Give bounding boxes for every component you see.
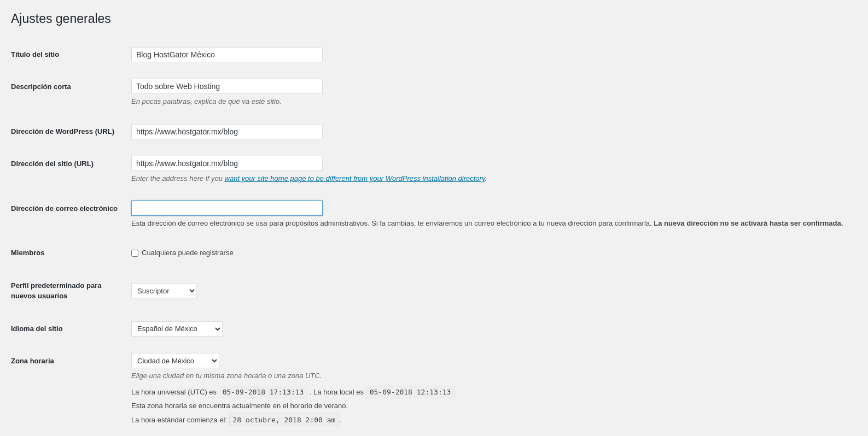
utc-label: La hora universal (UTC) es — [131, 388, 217, 396]
timezone-label: Zona horaria — [11, 345, 126, 436]
site-address-description: Enter the address here if you want your … — [131, 173, 852, 184]
tagline-label: Descripción corta — [11, 70, 126, 115]
tagline-input[interactable] — [131, 79, 323, 94]
email-description: Esta dirección de correo electrónico se … — [131, 218, 852, 229]
timezone-hint: Elige una ciudad en tu misma zona horari… — [131, 370, 852, 381]
std-time-badge: 28 octubre, 2018 2:00 am — [229, 414, 340, 427]
members-label: Miembros — [11, 237, 126, 269]
site-language-select[interactable]: Español de México English (United States… — [131, 321, 223, 337]
wp-address-label: Dirección de WordPress (URL) — [11, 115, 126, 148]
page-title: Ajustes generales — [11, 11, 857, 27]
default-role-label: Perfil predeterminado para nuevos usuari… — [11, 269, 126, 313]
site-address-label: Dirección del sitio (URL) — [11, 148, 126, 192]
members-checkbox-label: Cualquiera puede registrarse — [131, 248, 852, 258]
dst-note: Esta zona horaria se encuentra actualmen… — [131, 400, 852, 411]
timezone-select[interactable]: Ciudad de México UTC America/New_York Am… — [131, 353, 219, 368]
local-label: . La hora local es — [310, 388, 364, 396]
local-time-badge: 05-09-2018 12:13:13 — [366, 386, 455, 399]
site-address-link[interactable]: want your site home page to be different… — [225, 174, 485, 182]
default-role-select[interactable]: Suscriptor Colaborador Autor Editor Admi… — [131, 283, 197, 298]
site-title-input[interactable] — [131, 47, 323, 62]
settings-form: Título del sitio Descripción corta En po… — [11, 38, 857, 436]
site-language-label: Idioma del sitio — [11, 313, 126, 345]
site-address-input[interactable] — [131, 156, 323, 171]
std-time-label: La hora estándar comienza el: — [131, 416, 227, 424]
wp-address-input[interactable] — [131, 124, 323, 139]
tagline-description: En pocas palabras, explica de qué va est… — [131, 96, 852, 107]
timezone-notes: La hora universal (UTC) es 05-09-2018 17… — [131, 386, 852, 427]
utc-time-badge: 05-09-2018 17:13:13 — [219, 386, 308, 399]
members-checkbox[interactable] — [131, 250, 138, 257]
email-label: Dirección de correo electrónico — [11, 192, 126, 237]
site-title-label: Título del sitio — [11, 38, 126, 71]
email-input[interactable] — [131, 201, 323, 216]
